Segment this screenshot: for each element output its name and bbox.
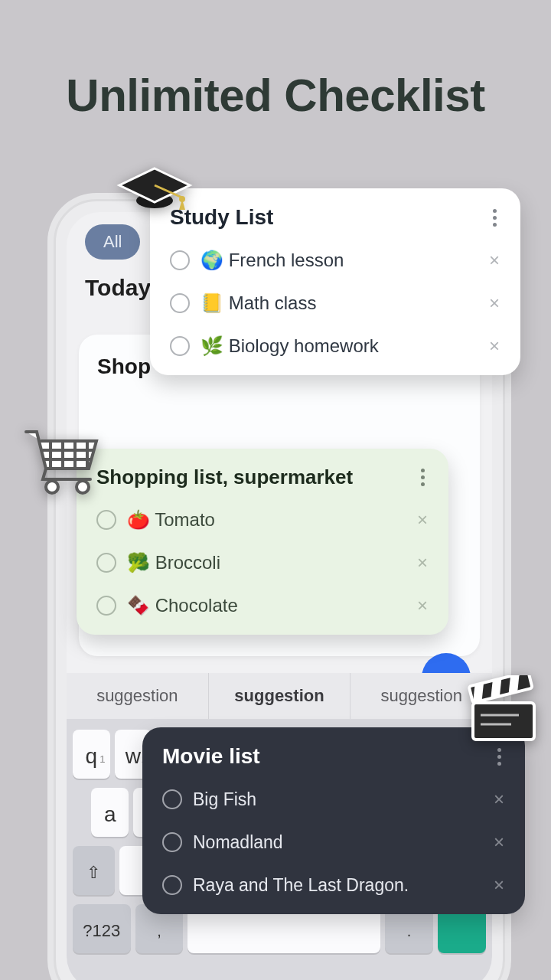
checklist-item[interactable]: Big Fish × <box>162 778 508 821</box>
more-icon[interactable] <box>490 748 508 766</box>
remove-icon[interactable]: × <box>490 874 508 896</box>
card-shopping-title: Shopping list, supermarket <box>96 466 353 489</box>
checklist-item-label: 🥦 Broccoli <box>127 552 403 573</box>
suggestion-1[interactable]: suggestion <box>67 673 209 719</box>
checkbox-icon[interactable] <box>170 250 190 270</box>
suggestion-2[interactable]: suggestion <box>209 673 351 719</box>
checklist-item-label: Raya and The Last Dragon. <box>193 875 479 896</box>
remove-icon[interactable]: × <box>485 250 504 271</box>
svg-point-10 <box>46 481 58 493</box>
checklist-item-label: Big Fish <box>193 789 479 810</box>
checklist-item-label: 🌿 Biology homework <box>201 335 474 357</box>
clapperboard-icon <box>465 675 543 744</box>
remove-icon[interactable]: × <box>413 595 432 616</box>
checklist-item[interactable]: 📒 Math class × <box>170 282 504 325</box>
remove-icon[interactable]: × <box>413 552 432 573</box>
filter-pill-all[interactable]: All <box>85 224 140 260</box>
checkbox-icon[interactable] <box>162 789 182 809</box>
checkbox-icon[interactable] <box>170 293 190 313</box>
keyboard-suggestion-bar: suggestion suggestion suggestion <box>67 673 492 719</box>
checkbox-icon[interactable] <box>170 336 190 356</box>
checkbox-icon[interactable] <box>162 832 182 852</box>
svg-point-11 <box>77 481 89 493</box>
checklist-item-label: 🍫 Chocolate <box>127 595 403 616</box>
card-movie-title: Movie list <box>162 744 260 769</box>
checklist-item-label: Nomadland <box>193 832 479 853</box>
remove-icon[interactable]: × <box>485 335 504 357</box>
more-icon[interactable] <box>413 469 432 486</box>
checkbox-icon[interactable] <box>96 553 116 573</box>
checklist-item[interactable]: Nomadland × <box>162 821 508 864</box>
checklist-item[interactable]: 🌿 Biology homework × <box>170 325 504 368</box>
more-icon[interactable] <box>485 209 504 227</box>
shopping-cart-icon <box>20 420 104 496</box>
checklist-item[interactable]: 🍅 Tomato × <box>96 498 432 541</box>
checkbox-icon[interactable] <box>96 510 116 530</box>
checklist-item[interactable]: 🍫 Chocolate × <box>96 584 432 627</box>
graduation-cap-icon <box>116 162 193 216</box>
checklist-item-label: 🌍 French lesson <box>201 250 474 271</box>
checklist-item-label: 📒 Math class <box>201 292 474 314</box>
key-symbols[interactable]: ?123 <box>73 904 131 953</box>
remove-icon[interactable]: × <box>413 509 432 531</box>
key-q[interactable]: q1 <box>73 730 110 779</box>
checklist-item[interactable]: Raya and The Last Dragon. × <box>162 864 508 906</box>
checklist-item-label: 🍅 Tomato <box>127 509 403 531</box>
checklist-item[interactable]: 🥦 Broccoli × <box>96 541 432 584</box>
headline: Unlimited Checklist <box>0 69 551 122</box>
remove-icon[interactable]: × <box>485 292 504 314</box>
checkbox-icon[interactable] <box>162 875 182 895</box>
card-shopping[interactable]: Shopping list, supermarket 🍅 Tomato × 🥦 … <box>77 449 448 635</box>
card-study[interactable]: Study List 🌍 French lesson × 📒 Math clas… <box>150 188 520 375</box>
key-shift[interactable]: ⇧ <box>73 846 115 895</box>
checklist-item[interactable]: 🌍 French lesson × <box>170 239 504 282</box>
svg-rect-12 <box>473 703 534 740</box>
remove-icon[interactable]: × <box>490 831 508 853</box>
key-a[interactable]: a <box>91 788 129 837</box>
checkbox-icon[interactable] <box>96 596 116 616</box>
remove-icon[interactable]: × <box>490 789 508 810</box>
card-movie[interactable]: Movie list Big Fish × Nomadland × Raya a… <box>142 727 525 914</box>
